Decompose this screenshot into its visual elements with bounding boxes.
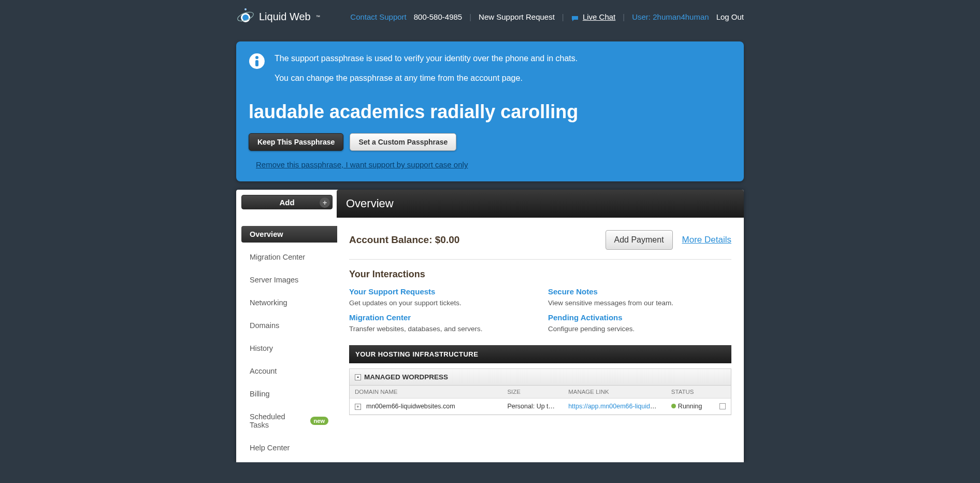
user-label: User:: [632, 12, 651, 21]
sidebar-item-scheduled-tasks[interactable]: Scheduled Tasksnew: [241, 408, 337, 433]
svg-point-5: [255, 56, 258, 59]
sidebar-item-server-images[interactable]: Server Images: [241, 272, 337, 288]
logo-icon: [236, 7, 255, 26]
passphrase-value: laudable academics radially carolling: [249, 101, 731, 123]
phone-number: 800-580-4985: [414, 12, 462, 21]
svg-point-3: [244, 8, 247, 10]
col-status: STATUS: [666, 386, 731, 399]
banner-line2: You can change the passphrase at any tim…: [275, 72, 578, 85]
more-details-link[interactable]: More Details: [682, 235, 731, 245]
sidebar-item-account[interactable]: Account: [241, 363, 337, 379]
add-payment-button[interactable]: Add Payment: [606, 230, 673, 250]
brand-name: Liquid Web: [259, 11, 311, 23]
remove-passphrase-link[interactable]: Remove this passphrase, I want support b…: [256, 160, 468, 169]
svg-rect-6: [255, 60, 258, 66]
expand-icon[interactable]: +: [355, 404, 361, 410]
passphrase-banner: The support passphrase is used to verify…: [236, 41, 744, 181]
page-title: Overview: [337, 190, 744, 218]
collapse-icon: ▪: [355, 374, 361, 380]
keep-passphrase-button[interactable]: Keep This Passphrase: [249, 133, 343, 151]
interaction-link[interactable]: Pending Activations: [548, 313, 731, 322]
sidebar-item-overview[interactable]: Overview: [241, 226, 337, 243]
new-support-request-link[interactable]: New Support Request: [479, 12, 555, 21]
banner-line1: The support passphrase is used to verify…: [275, 52, 578, 65]
chat-icon: [571, 15, 579, 21]
size-cell: Personal: Up to 1…: [502, 399, 563, 415]
sidebar-item-help-center[interactable]: Help Center: [241, 439, 337, 456]
interaction-link[interactable]: Your Support Requests: [349, 287, 532, 296]
new-badge: new: [310, 417, 328, 425]
sidebar-item-history[interactable]: History: [241, 340, 337, 357]
contact-support-link[interactable]: Contact Support: [350, 12, 406, 21]
infrastructure-header: YOUR HOSTING INFRASTRUCTURE: [349, 345, 731, 363]
interaction-link[interactable]: Secure Notes: [548, 287, 731, 296]
interaction-link[interactable]: Migration Center: [349, 313, 532, 322]
account-balance: Account Balance: $0.00: [349, 234, 459, 246]
plus-icon: +: [320, 197, 330, 208]
status-cell: Running: [678, 403, 702, 410]
live-chat-link[interactable]: Live Chat: [583, 12, 615, 21]
info-icon: [249, 53, 265, 69]
set-custom-passphrase-button[interactable]: Set a Custom Passphrase: [350, 133, 456, 151]
row-checkbox[interactable]: [719, 403, 726, 409]
interaction-your-support-requests: Your Support RequestsGet updates on your…: [349, 287, 532, 307]
topbar: Liquid Web™ Contact Support 800-580-4985…: [0, 0, 980, 33]
status-dot-icon: [671, 404, 676, 408]
table-row[interactable]: +mn00em66-liquidwebsites.com Personal: U…: [350, 399, 731, 415]
col-manage-link: MANAGE LINK: [563, 386, 666, 399]
add-button[interactable]: Add +: [241, 195, 333, 209]
sidebar-item-billing[interactable]: Billing: [241, 386, 337, 402]
interaction-pending-activations: Pending ActivationsConfigure pending ser…: [548, 313, 731, 333]
interaction-secure-notes: Secure NotesView sensitive messages from…: [548, 287, 731, 307]
sidebar-item-networking[interactable]: Networking: [241, 294, 337, 311]
domain-name-cell: mn00em66-liquidwebsites.com: [366, 403, 455, 410]
content: Overview Account Balance: $0.00 Add Paym…: [337, 190, 744, 462]
logout-link[interactable]: Log Out: [716, 12, 744, 21]
col-size: SIZE: [502, 386, 563, 399]
username-link[interactable]: 2human4human: [653, 12, 709, 21]
interaction-migration-center: Migration CenterTransfer websites, datab…: [349, 313, 532, 333]
logo[interactable]: Liquid Web™: [236, 7, 320, 26]
interactions-title: Your Interactions: [349, 269, 731, 280]
manage-link[interactable]: https://app.mn00em66-liquidwebs: [568, 403, 665, 410]
col-domain-name: DOMAIN NAME: [350, 386, 502, 399]
managed-wordpress-header[interactable]: ▪ MANAGED WORDPRESS: [350, 369, 731, 386]
sidebar-item-domains[interactable]: Domains: [241, 317, 337, 334]
sidebar: Add + OverviewMigration CenterServer Ima…: [236, 190, 337, 462]
sidebar-item-migration-center[interactable]: Migration Center: [241, 249, 337, 265]
